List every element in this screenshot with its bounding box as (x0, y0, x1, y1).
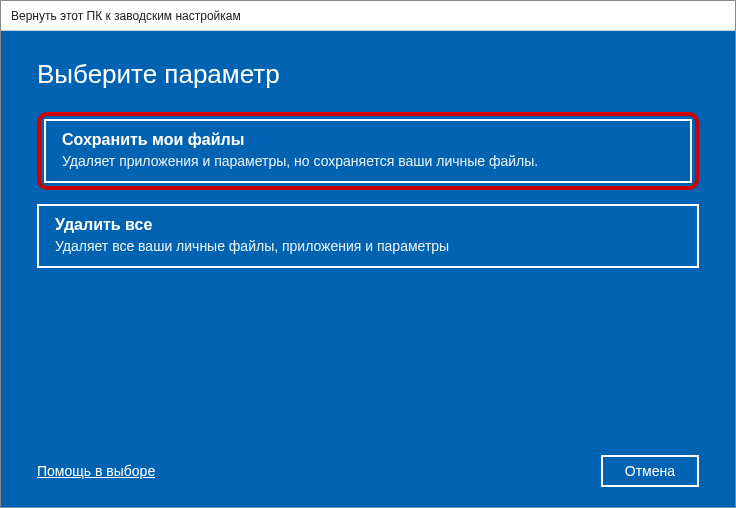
window-titlebar: Вернуть этот ПК к заводским настройкам (1, 1, 735, 31)
options-list: Сохранить мои файлы Удаляет приложения и… (37, 112, 699, 268)
highlight-annotation: Сохранить мои файлы Удаляет приложения и… (37, 112, 699, 190)
option-title: Сохранить мои файлы (62, 131, 674, 149)
option-title: Удалить все (55, 216, 681, 234)
help-link[interactable]: Помощь в выборе (37, 463, 155, 479)
option-description: Удаляет приложения и параметры, но сохра… (62, 153, 674, 169)
window-title: Вернуть этот ПК к заводским настройкам (11, 9, 241, 23)
cancel-button[interactable]: Отмена (601, 455, 699, 487)
reset-pc-dialog: Вернуть этот ПК к заводским настройкам В… (0, 0, 736, 508)
dialog-content: Выберите параметр Сохранить мои файлы Уд… (1, 31, 735, 507)
option-remove-everything[interactable]: Удалить все Удаляет все ваши личные файл… (37, 204, 699, 268)
page-title: Выберите параметр (37, 59, 699, 90)
dialog-footer: Помощь в выборе Отмена (37, 435, 699, 487)
option-keep-files[interactable]: Сохранить мои файлы Удаляет приложения и… (44, 119, 692, 183)
option-description: Удаляет все ваши личные файлы, приложени… (55, 238, 681, 254)
